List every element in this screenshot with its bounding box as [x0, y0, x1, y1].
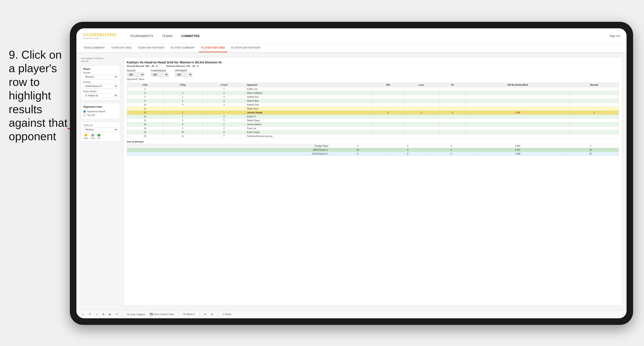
- timestamp-label: Last Updated: 27/03/2024: [81, 57, 120, 60]
- sub-nav-team-h2h-heatmap[interactable]: TEAM H2H HEATMAP: [135, 44, 167, 52]
- grid-title-block: Katelyn Vo Head-to-Head Grid for Women's…: [127, 60, 221, 67]
- logo-title: SCOREBOARD: [83, 32, 116, 37]
- toolbar-zoom-in[interactable]: ⊕: [203, 313, 208, 316]
- toolbar-view-original[interactable]: 👁 View: Original: [126, 313, 146, 316]
- toolbar-forward[interactable]: ↪: [94, 313, 99, 316]
- legend-up-dot: [97, 134, 100, 137]
- gender-label: Gender: [83, 71, 118, 74]
- radio-top100[interactable]: Top 100: [83, 114, 118, 117]
- table-row[interactable]: 1585 Stella Chang: [127, 119, 619, 123]
- table-row[interactable]: 19106 Emily Chang: [127, 130, 619, 134]
- toolbar-watch[interactable]: 👁 Watch ▾: [182, 313, 196, 316]
- table-row[interactable]: 522 Alexis Sudjianto: [127, 91, 619, 95]
- sidebar: Last Updated: 27/03/2024 16:55:38 Player…: [81, 57, 120, 306]
- division-select[interactable]: NCAA Division III: [83, 84, 118, 89]
- legend-row: Down Level Up: [83, 134, 118, 139]
- toolbar-share[interactable]: ↗ Share: [221, 313, 232, 316]
- toolbar-undo[interactable]: ↩: [81, 313, 85, 316]
- col-diff: Diff Av Strokes/Rnd: [466, 83, 570, 87]
- out-of-division-title: Out of division: [127, 140, 619, 143]
- sub-nav-player-h2h-grid[interactable]: PLAYER H2H GRID: [199, 44, 228, 52]
- toolbar-sep3: [199, 312, 200, 317]
- table-row[interactable]: 1063 Andrea York: [127, 103, 619, 107]
- filter-opponent: Opponent (All): [175, 70, 192, 77]
- division-label: Division: [83, 81, 118, 83]
- toolbar-zoom-out[interactable]: ⊟: [210, 313, 214, 316]
- filters-row: Region (All) Conference (All) Opponent: [127, 70, 619, 77]
- sub-nav: TEAM SUMMARY TEAM H2H GRID TEAM H2H HEAT…: [76, 44, 626, 53]
- toolbar-refresh[interactable]: ↺: [114, 313, 119, 316]
- table-row[interactable]: 11 Heeju Hyun: [127, 107, 619, 111]
- col-rounds: Rounds: [570, 83, 619, 87]
- legend-up-label: Up: [98, 137, 100, 139]
- table-row[interactable]: 1822 Euna Lee: [127, 127, 619, 130]
- nav-committee[interactable]: COMMITTEE: [182, 33, 200, 39]
- sub-nav-team-h2h-grid[interactable]: TEAM H2H GRID: [108, 44, 134, 52]
- instruction-body: Click on a player's row to highlight res…: [9, 48, 68, 143]
- table-row[interactable]: 20117 Federica Domecq Lacroze: [127, 134, 619, 138]
- opponent-view-title: Opponent view: [83, 105, 118, 108]
- gender-select[interactable]: Women's: [83, 75, 118, 79]
- region-select[interactable]: (All): [127, 73, 144, 77]
- tablet-screen: SCOREBOARD Powered by clippd TOURNAMENTS…: [76, 28, 626, 318]
- nav-tournaments[interactable]: TOURNAMENTS: [130, 33, 153, 39]
- colour-by-section: Colour by Win/loss Down Level: [81, 122, 120, 142]
- ood-row-naia[interactable]: NAIA Division 1 15 0 0 9.267 30: [127, 148, 619, 152]
- toolbar-sep2: [178, 312, 178, 317]
- out-of-division: Out of division Foreign Team 1 0 0 4.500…: [127, 140, 619, 156]
- ood-row-ncaa2[interactable]: NCAA Division 2 5 0 0 7.400 10: [127, 152, 619, 156]
- player-grid: # Div # Reg # Conf Opponent Win Loss Tie…: [127, 83, 619, 138]
- region-label: Region: [127, 70, 144, 72]
- col-win: Win: [373, 83, 404, 87]
- content-area: Katelyn Vo Head-to-Head Grid for Women's…: [124, 57, 622, 306]
- colour-by-label: Colour by: [83, 124, 118, 127]
- opponent-select[interactable]: (All): [175, 73, 192, 77]
- col-opponent: Opponent: [246, 83, 373, 87]
- table-row[interactable]: 914 Sharon Mun: [127, 99, 619, 103]
- table-row[interactable]: 613 Sydney Kuo: [127, 95, 619, 99]
- toolbar-grid[interactable]: ⊞: [101, 313, 106, 316]
- toolbar-redo[interactable]: ⟳: [88, 313, 92, 316]
- nav-teams[interactable]: TEAMS: [162, 33, 172, 39]
- grid-title: Katelyn Vo Head-to-Head Grid for Women's…: [127, 60, 221, 64]
- sub-nav-player-h2h-heatmap[interactable]: PLAYER H2H HEATMAP: [228, 44, 263, 52]
- filter-conference: Conference (All): [151, 70, 168, 77]
- logo: SCOREBOARD Powered by clippd: [83, 32, 116, 39]
- grid-table[interactable]: # Div # Reg # Conf Opponent Win Loss Tie…: [127, 83, 619, 302]
- filter-region: Region (All): [127, 70, 144, 77]
- table-row-highlighted[interactable]: 131 Jessica Huang 0 1 0 -3.00 2: [127, 111, 619, 115]
- toolbar-sep1: [122, 312, 122, 317]
- toolbar-play[interactable]: ▶: [108, 313, 112, 316]
- table-row[interactable]: 1474 Eunice Yi: [127, 115, 619, 119]
- timestamp: Last Updated: 27/03/2024 16:55:38: [81, 57, 120, 63]
- sub-nav-team-summary[interactable]: TEAM SUMMARY: [81, 44, 108, 52]
- table-row[interactable]: 1691 Jessica Mason: [127, 123, 619, 127]
- toolbar-save-custom[interactable]: 💾 Save Custom View: [148, 313, 175, 316]
- instruction-text: 9. Click on a player's row to highlight …: [9, 48, 70, 143]
- timestamp-time: 16:55:38: [81, 60, 120, 63]
- colour-by-select[interactable]: Win/loss: [83, 127, 118, 132]
- col-loss: Loss: [404, 83, 439, 87]
- player-rank-label: Player (Rank): [83, 90, 118, 93]
- toolbar-sep4: [218, 312, 218, 317]
- conference-select[interactable]: (All): [151, 73, 168, 77]
- logo-sub: Powered by clippd: [83, 37, 116, 39]
- content-header: Katelyn Vo Head-to-Head Grid for Women's…: [127, 60, 619, 67]
- col-tie: Tie: [439, 83, 466, 87]
- main-content: Last Updated: 27/03/2024 16:55:38 Player…: [76, 53, 626, 310]
- legend-down-label: Down: [83, 137, 88, 139]
- sub-nav-player-summary[interactable]: PLAYER SUMMARY: [168, 44, 198, 52]
- opponents-label: Opponents: (All) ▾: [127, 78, 619, 80]
- ood-row-foreign[interactable]: Foreign Team 1 0 0 4.500 2: [127, 144, 619, 148]
- tablet-frame: SCOREBOARD Powered by clippd TOURNAMENTS…: [70, 22, 633, 325]
- sidebar-player-section: Player Gender Women's Division NCAA Divi…: [81, 65, 120, 100]
- col-reg: # Reg: [163, 83, 202, 87]
- table-row[interactable]: 31 Esther Lee: [127, 87, 619, 91]
- conference-label: Conference: [151, 70, 168, 72]
- sign-out-link[interactable]: Sign out: [610, 34, 620, 37]
- col-conf: # Conf: [202, 83, 246, 87]
- col-div: # Div: [127, 83, 163, 87]
- radio-group: Opponents Played Top 100: [83, 110, 118, 117]
- radio-opponents-played[interactable]: Opponents Played: [83, 110, 118, 113]
- player-rank-select[interactable]: 8. Katelyn Vo: [83, 93, 118, 98]
